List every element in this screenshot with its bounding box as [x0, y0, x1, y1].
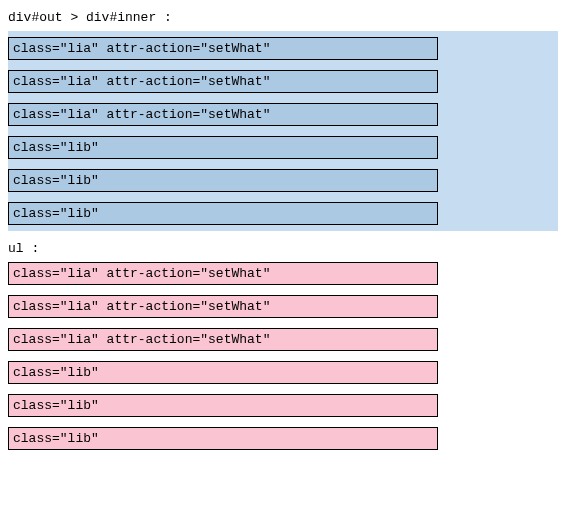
list-item: class="lib" [8, 202, 438, 225]
list-item: class="lia" attr-action="setWhat" [8, 262, 438, 285]
ul-block: class="lia" attr-action="setWhat" class=… [8, 262, 438, 450]
list-item: class="lib" [8, 427, 438, 450]
list-item: class="lib" [8, 136, 438, 159]
list-item: class="lia" attr-action="setWhat" [8, 295, 438, 318]
section2-label: ul : [8, 241, 561, 256]
list-item: class="lia" attr-action="setWhat" [8, 70, 438, 93]
div-inner: class="lia" attr-action="setWhat" class=… [8, 37, 438, 225]
section1-label: div#out > div#inner : [8, 10, 561, 25]
list-item: class="lia" attr-action="setWhat" [8, 37, 438, 60]
list-item: class="lia" attr-action="setWhat" [8, 103, 438, 126]
list-item: class="lib" [8, 169, 438, 192]
list-item: class="lia" attr-action="setWhat" [8, 328, 438, 351]
list-item: class="lib" [8, 361, 438, 384]
list-item: class="lib" [8, 394, 438, 417]
div-out: class="lia" attr-action="setWhat" class=… [8, 31, 558, 231]
